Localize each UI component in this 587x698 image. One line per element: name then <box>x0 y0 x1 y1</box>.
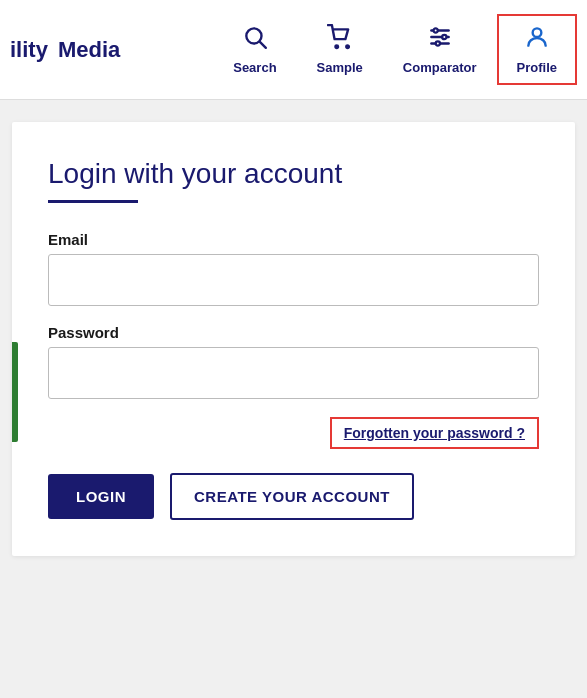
svg-line-1 <box>260 42 266 48</box>
cart-icon <box>327 24 353 56</box>
login-title: Login with your account <box>48 158 539 190</box>
nav-item-search[interactable]: Search <box>213 14 296 85</box>
login-card: Login with your account Email Password F… <box>12 122 575 556</box>
nav-item-profile[interactable]: Profile <box>497 14 577 85</box>
nav-label-comparator: Comparator <box>403 60 477 75</box>
buttons-row: LOGIN CREATE YOUR ACCOUNT <box>48 473 539 520</box>
nav-label-search: Search <box>233 60 276 75</box>
green-accent-bar <box>12 342 18 442</box>
svg-point-7 <box>433 28 437 32</box>
brand-area: ility Media <box>10 37 120 63</box>
svg-point-8 <box>442 35 446 39</box>
nav-label-sample: Sample <box>317 60 363 75</box>
password-label: Password <box>48 324 539 341</box>
nav-item-sample[interactable]: Sample <box>297 14 383 85</box>
header: ility Media Search Sample <box>0 0 587 100</box>
sliders-icon <box>427 24 453 56</box>
nav-label-profile: Profile <box>517 60 557 75</box>
svg-point-2 <box>335 45 338 48</box>
password-input[interactable] <box>48 347 539 399</box>
top-nav: Search Sample <box>213 14 577 85</box>
nav-item-comparator[interactable]: Comparator <box>383 14 497 85</box>
create-account-button[interactable]: CREATE YOUR ACCOUNT <box>170 473 414 520</box>
forgot-password-link[interactable]: Forgotten your password ? <box>330 417 539 449</box>
profile-icon <box>524 24 550 56</box>
main-area: Login with your account Email Password F… <box>0 122 587 556</box>
login-button[interactable]: LOGIN <box>48 474 154 519</box>
email-input[interactable] <box>48 254 539 306</box>
title-underline <box>48 200 138 203</box>
search-icon <box>242 24 268 56</box>
svg-point-9 <box>435 41 439 45</box>
svg-point-3 <box>346 45 349 48</box>
brand-ility: ility <box>10 37 48 63</box>
forgot-password-wrapper: Forgotten your password ? <box>48 417 539 449</box>
svg-point-10 <box>532 28 541 37</box>
email-label: Email <box>48 231 539 248</box>
brand-media: Media <box>58 37 120 63</box>
